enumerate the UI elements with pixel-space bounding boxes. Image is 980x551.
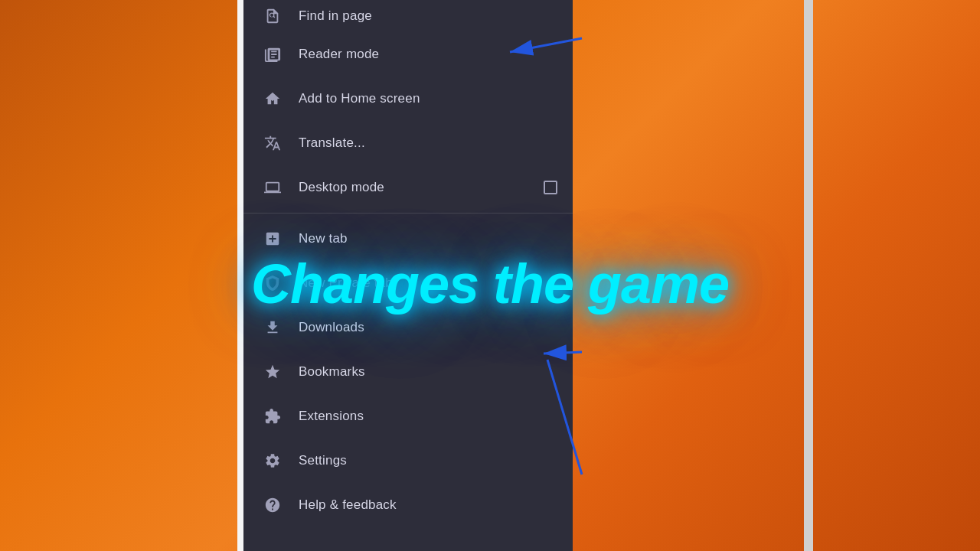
menu-item-help-feedback[interactable]: Help & feedback [243,483,573,527]
help-icon [259,491,286,519]
new-private-tab-label: New Private tab [299,276,393,291]
desktop-mode-checkbox [544,181,557,194]
menu-item-settings[interactable]: Settings [243,439,573,483]
new-tab-label: New tab [299,231,348,246]
settings-icon [259,447,286,474]
menu-item-extensions[interactable]: Extensions [243,394,573,439]
translate-label: Translate... [299,135,365,151]
extensions-icon [259,403,286,430]
translate-icon [259,129,286,157]
menu-item-reader-mode[interactable]: Reader mode [243,32,573,77]
context-menu: Find in page Reader mode Add to Home scr… [243,0,573,551]
bookmarks-icon [259,358,286,386]
divider-1 [243,213,573,214]
menu-item-new-tab[interactable]: New tab [243,217,573,261]
bookmarks-label: Bookmarks [299,364,365,380]
downloads-label: Downloads [299,320,364,335]
help-feedback-label: Help & feedback [299,497,397,513]
menu-item-downloads[interactable]: Downloads [243,305,573,350]
reader-mode-icon [259,41,286,68]
extensions-label: Extensions [299,409,364,424]
menu-item-bookmarks[interactable]: Bookmarks [243,350,573,394]
menu-item-desktop-mode[interactable]: Desktop mode [243,165,573,210]
new-tab-icon [259,225,286,253]
menu-item-add-to-home-screen[interactable]: Add to Home screen [243,77,573,121]
reader-mode-label: Reader mode [299,47,379,62]
menu-item-new-private-tab[interactable]: New Private tab [243,261,573,305]
phone-left-edge [237,0,243,551]
find-in-page-icon [259,2,286,30]
downloads-icon [259,314,286,341]
desktop-mode-icon [259,174,286,201]
find-in-page-label: Find in page [299,8,372,24]
add-to-home-screen-icon [259,85,286,112]
desktop-mode-label: Desktop mode [299,180,384,195]
add-to-home-screen-label: Add to Home screen [299,91,420,106]
settings-label: Settings [299,453,347,468]
menu-item-translate[interactable]: Translate... [243,121,573,165]
phone-right-edge [804,0,813,551]
new-private-tab-icon [259,269,286,297]
menu-item-find-in-page[interactable]: Find in page [243,0,573,32]
